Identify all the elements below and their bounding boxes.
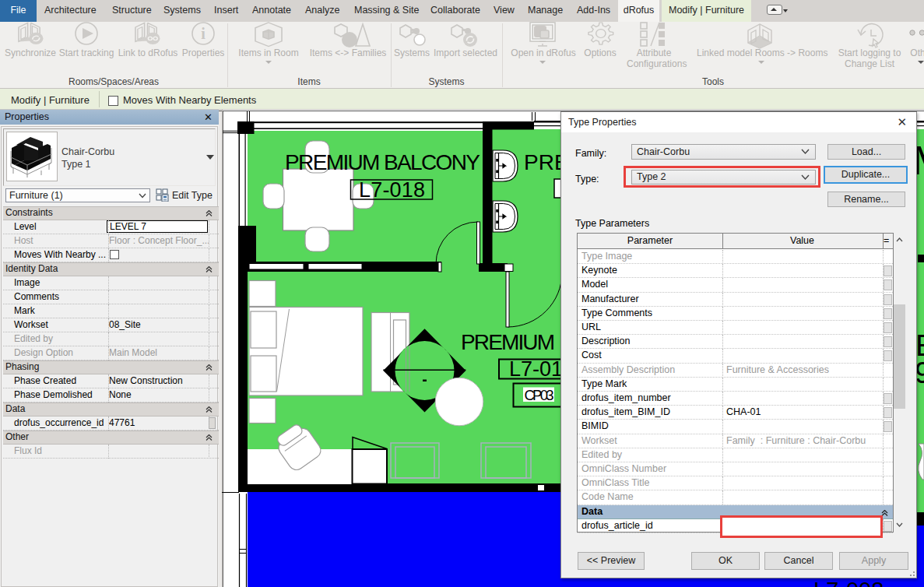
svg-text:i: i xyxy=(201,25,206,42)
svg-text:L7-018: L7-018 xyxy=(359,178,425,202)
svg-text:L7-008: L7-008 xyxy=(813,578,884,587)
svg-text:L7-01: L7-01 xyxy=(509,357,563,381)
svg-text:PREMIUM BALCONY: PREMIUM BALCONY xyxy=(285,150,480,174)
svg-text:PREMIUM: PREMIUM xyxy=(461,330,555,354)
svg-text:CP03: CP03 xyxy=(525,387,554,403)
